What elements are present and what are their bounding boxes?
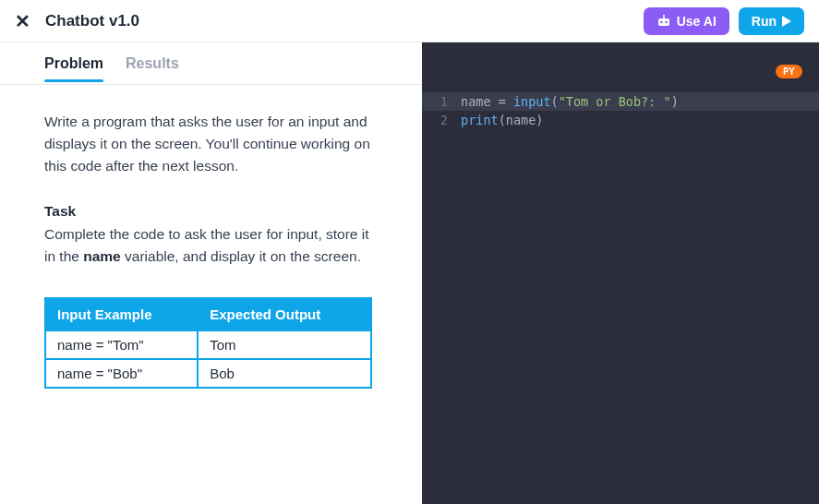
play-icon (782, 16, 791, 27)
table-header-output: Expected Output (198, 298, 371, 330)
svg-point-2 (665, 20, 668, 23)
task-variable: name (83, 248, 121, 264)
code-content[interactable]: print(name) (461, 111, 543, 129)
tab-results[interactable]: Results (126, 46, 179, 81)
cell-input: name = "Tom" (45, 330, 198, 359)
cell-input: name = "Bob" (45, 359, 198, 388)
language-badge: PY (776, 65, 802, 78)
svg-rect-0 (658, 18, 669, 26)
cell-output: Tom (198, 330, 371, 359)
line-number: 1 (422, 92, 461, 111)
table-row: name = "Bob" Bob (45, 359, 371, 388)
example-table: Input Example Expected Output name = "To… (44, 297, 372, 389)
left-panel: Problem Results Write a program that ask… (0, 42, 422, 504)
line-number: 2 (422, 111, 461, 129)
page-title: Chatbot v1.0 (45, 12, 644, 30)
svg-point-1 (660, 20, 663, 23)
use-ai-button[interactable]: Use AI (644, 7, 729, 35)
close-icon[interactable]: ✕ (15, 10, 30, 32)
run-label: Run (752, 14, 777, 29)
code-content[interactable]: name = input("Tom or Bob?: ") (461, 92, 679, 111)
tabs: Problem Results (0, 42, 422, 85)
run-button[interactable]: Run (739, 7, 804, 35)
svg-point-4 (663, 15, 665, 17)
main: Problem Results Write a program that ask… (0, 42, 819, 504)
problem-body: Write a program that asks the user for a… (0, 85, 422, 407)
robot-icon (656, 15, 671, 28)
task-heading: Task (44, 203, 378, 220)
code-line[interactable]: 2print(name) (422, 111, 819, 129)
header: ✕ Chatbot v1.0 Use AI Run (0, 0, 819, 42)
task-text: Complete the code to ask the user for in… (44, 223, 378, 268)
use-ai-label: Use AI (677, 14, 717, 29)
code-area[interactable]: 1name = input("Tom or Bob?: ")2print(nam… (422, 42, 819, 130)
table-header-input: Input Example (45, 298, 198, 330)
task-post: variable, and display it on the screen. (121, 248, 361, 264)
table-row: name = "Tom" Tom (45, 330, 371, 359)
tab-problem[interactable]: Problem (44, 46, 103, 81)
code-line[interactable]: 1name = input("Tom or Bob?: ") (422, 92, 819, 111)
cell-output: Bob (198, 359, 371, 388)
problem-description: Write a program that asks the user for a… (44, 111, 378, 177)
code-editor[interactable]: PY 1name = input("Tom or Bob?: ")2print(… (422, 42, 819, 504)
